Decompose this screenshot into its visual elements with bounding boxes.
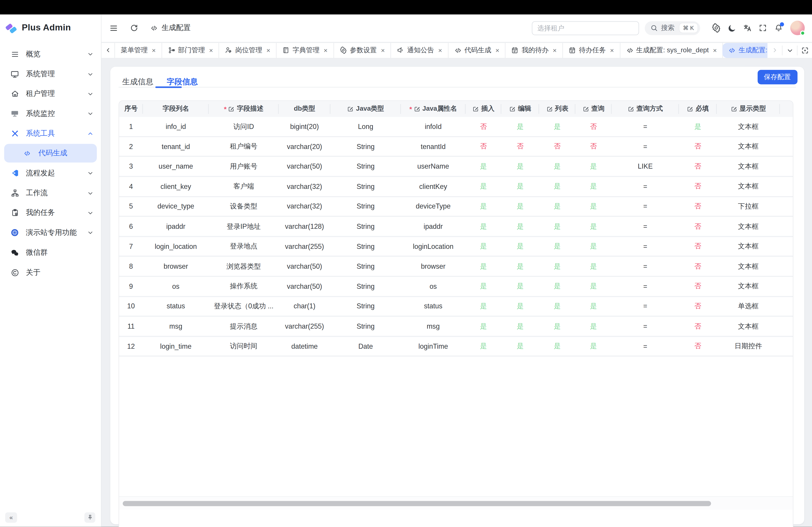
tab-close-icon[interactable]: × — [713, 47, 717, 54]
sidebar-item-system-monitor[interactable]: 系统监控 — [0, 104, 101, 124]
column-header-required[interactable]: 必填 — [679, 101, 717, 117]
cell-display: 文本框 — [717, 322, 780, 331]
cell-column: msg — [143, 322, 209, 330]
tab-close-icon[interactable]: × — [152, 47, 156, 54]
table-row[interactable]: 10status登录状态（0成功 ...char(1)Stringstatus是… — [119, 297, 793, 317]
table-row[interactable]: 11msg提示消息varchar(255)Stringmsg是是是是=否文本框 — [119, 317, 793, 337]
sidebar-pin-button[interactable] — [84, 513, 95, 523]
tab-my-todo[interactable]: 我的待办× — [506, 43, 563, 58]
panel-tab-gen-info[interactable]: 生成信息 — [115, 71, 160, 93]
cell-qtype: = — [611, 283, 679, 290]
cell-list: 是 — [539, 182, 575, 191]
content-fullscreen-button[interactable] — [798, 43, 812, 58]
notifications-button[interactable] — [770, 21, 786, 35]
table-row[interactable]: 2tenant_id租户编号varchar(20)StringtenantId否… — [119, 137, 793, 157]
fullscreen-button[interactable] — [755, 21, 770, 35]
menu-toggle-button[interactable] — [107, 21, 120, 35]
sidebar-collapse-button[interactable]: « — [5, 513, 17, 523]
column-header-java[interactable]: Java类型 — [331, 101, 401, 117]
sidebar-item-workflow[interactable]: 工作流 — [0, 183, 101, 203]
tab-close-icon[interactable]: × — [438, 47, 442, 54]
panel-tab-field-info[interactable]: 字段信息 — [160, 71, 204, 93]
scrollbar-thumb[interactable] — [123, 501, 711, 506]
column-header-query[interactable]: 查询 — [575, 101, 612, 117]
sidebar-item-tenant-mgmt[interactable]: 租户管理 — [0, 84, 101, 104]
cell-field: loginTime — [401, 342, 466, 350]
sidebar-item-demo-features[interactable]: 演示站专用功能 — [0, 223, 101, 243]
cell-column: client_key — [143, 183, 209, 190]
tab-close-icon[interactable]: × — [324, 47, 328, 54]
column-header-insert[interactable]: 插入 — [466, 101, 501, 117]
cell-desc: 登录IP地址 — [209, 222, 278, 231]
sidebar-item-my-tasks[interactable]: 我的任务 — [0, 203, 101, 223]
save-config-button[interactable]: 保存配置 — [757, 70, 797, 84]
tab-close-icon[interactable]: × — [266, 47, 270, 54]
table-row[interactable]: 12login_time访问时间datetimeDateloginTime是是是… — [119, 337, 793, 357]
tabs-scroll-right-button[interactable] — [768, 43, 782, 58]
tab-gen-config-sys-role-dept[interactable]: 生成配置: sys_role_dept× — [620, 43, 723, 58]
tabs-menu-button[interactable] — [782, 43, 797, 58]
sidebar-item-label: 概览 — [26, 49, 87, 59]
language-button[interactable] — [740, 21, 755, 35]
tab-gen-config-sys-lo[interactable]: 生成配置: sys_lo — [723, 43, 767, 58]
tenant-select-input[interactable] — [532, 21, 639, 35]
avatar[interactable] — [791, 21, 805, 35]
sidebar-item-system-mgmt[interactable]: 系统管理 — [0, 64, 101, 84]
global-search-button[interactable]: 搜索 ⌘ K — [644, 21, 700, 35]
tab-notice[interactable]: 通知公告× — [391, 43, 448, 58]
tab-close-icon[interactable]: × — [553, 47, 556, 54]
column-header-label: 插入 — [481, 105, 494, 114]
tab-dept-mgmt[interactable]: 部门管理× — [162, 43, 219, 58]
tab-close-icon[interactable]: × — [495, 47, 499, 54]
column-header-display[interactable]: 显示类型 — [717, 101, 780, 117]
table-row[interactable]: 9os操作系统varchar(50)Stringos是是是是=否文本框 — [119, 277, 793, 297]
tab-dict-mgmt[interactable]: 字典管理× — [277, 43, 334, 58]
cell-insert: 是 — [466, 242, 501, 251]
tab-code-gen[interactable]: 代码生成× — [448, 43, 506, 58]
sidebar-item-overview[interactable]: 概览 — [0, 44, 101, 64]
tab-menu-mgmt[interactable]: 菜单管理× — [115, 43, 162, 58]
refresh-icon — [130, 24, 138, 32]
tab-param-settings[interactable]: 参数设置× — [334, 43, 391, 58]
cell-required: 否 — [679, 342, 717, 351]
tab-post-mgmt[interactable]: 岗位管理× — [219, 43, 277, 58]
table-row[interactable]: 1info_id访问IDbigint(20)LonginfoId否是是否=是文本… — [119, 117, 793, 137]
edit-icon — [582, 105, 589, 112]
table-row[interactable]: 7login_location登录地点varchar(255)Stringlog… — [119, 237, 793, 257]
column-header-field[interactable]: *Java属性名 — [401, 101, 466, 117]
cell-db: varchar(128) — [278, 223, 331, 230]
table-row[interactable]: 6ipaddr登录IP地址varchar(128)Stringipaddr是是是… — [119, 217, 793, 237]
sidebar-item-flow-start[interactable]: 流程发起 — [0, 163, 101, 183]
column-header-qtype[interactable]: 查询方式 — [611, 101, 679, 117]
theme-toggle-button[interactable] — [724, 21, 740, 35]
cell-column: browser — [143, 262, 209, 270]
table-row[interactable]: 5device_type设备类型varchar(32)StringdeviceT… — [119, 197, 793, 217]
tab-todo-tasks[interactable]: 待办任务× — [563, 43, 620, 58]
tab-close-icon[interactable]: × — [381, 47, 385, 54]
tools-icon — [10, 129, 19, 138]
edit-icon — [509, 105, 516, 112]
sidebar-item-about[interactable]: 关于 — [0, 262, 101, 283]
settings-button[interactable] — [709, 21, 724, 35]
sidebar-item-code-gen[interactable]: 代码生成 — [4, 144, 97, 163]
panel-tabs: 生成信息字段信息 — [115, 71, 205, 93]
chevron-down-icon — [87, 91, 94, 97]
table-row[interactable]: 3user_name用户账号varchar(50)StringuserName是… — [119, 157, 793, 177]
refresh-button[interactable] — [128, 21, 141, 35]
column-header-label: 字段列名 — [163, 105, 189, 114]
cell-query: 是 — [575, 242, 612, 251]
tenant-select-field[interactable] — [537, 24, 633, 32]
column-header-desc[interactable]: *字段描述 — [209, 101, 278, 117]
table-row[interactable]: 8browser浏览器类型varchar(50)Stringbrowser是是是… — [119, 257, 793, 277]
table-row[interactable]: 4client_key客户端varchar(32)StringclientKey… — [119, 177, 793, 197]
sidebar-item-system-tools[interactable]: 系统工具 — [0, 124, 101, 144]
cell-edit: 是 — [501, 182, 539, 191]
column-header-label: 序号 — [124, 105, 137, 114]
cell-no: 3 — [119, 163, 143, 170]
tab-close-icon[interactable]: × — [610, 47, 614, 54]
tab-close-icon[interactable]: × — [209, 47, 213, 54]
tabs-scroll-left-button[interactable] — [102, 43, 115, 58]
column-header-list[interactable]: 列表 — [539, 101, 575, 117]
sidebar-item-wechat-group[interactable]: 微信群 — [0, 243, 101, 262]
column-header-edit[interactable]: 编辑 — [501, 101, 539, 117]
